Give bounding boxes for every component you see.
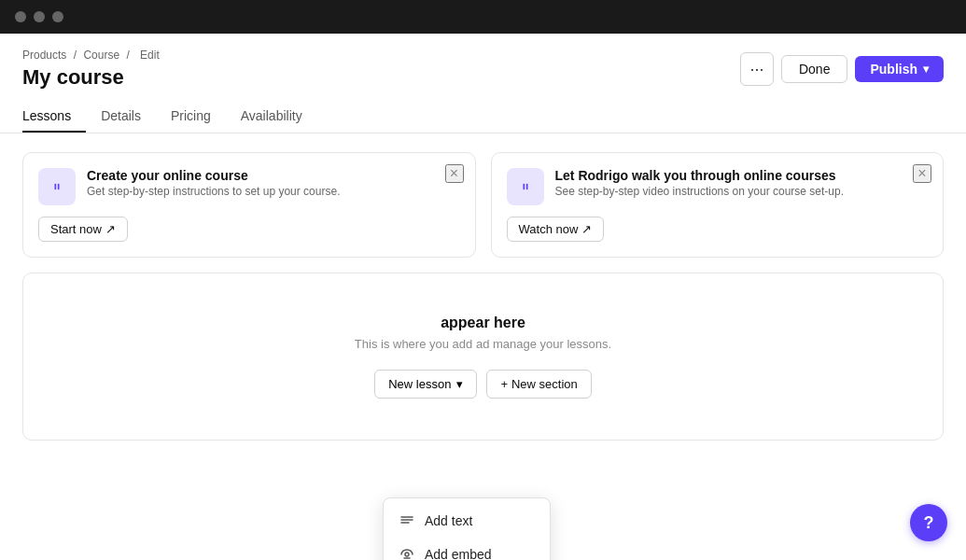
start-now-button[interactable]: Start now ↗	[38, 217, 128, 242]
rodrigo-card: × Let Rodrigo walk you through online co…	[491, 152, 945, 258]
svg-rect-0	[48, 177, 66, 196]
create-course-close-button[interactable]: ×	[445, 164, 464, 183]
title-bar	[0, 0, 966, 34]
add-text-item[interactable]: Add text	[384, 504, 550, 538]
create-course-icon	[38, 168, 76, 205]
publish-chevron-icon: ▾	[923, 63, 929, 76]
lessons-empty-title: appear here	[441, 315, 525, 331]
create-course-card: × Create your online course Get step-by-…	[22, 152, 476, 258]
start-now-label: Start now	[50, 222, 102, 236]
breadcrumb-course[interactable]: Course	[83, 49, 119, 62]
tab-availability[interactable]: Availability	[226, 101, 317, 133]
new-section-button[interactable]: + New section	[486, 370, 591, 399]
new-section-plus-icon: +	[500, 377, 508, 391]
svg-rect-1	[55, 184, 57, 190]
new-lesson-button[interactable]: New lesson ▾	[374, 370, 477, 399]
more-options-button[interactable]: ···	[740, 52, 774, 86]
rodrigo-card-desc: See step-by-step video instructions on y…	[555, 185, 845, 198]
watch-now-button[interactable]: Watch now ↗	[507, 217, 605, 242]
create-course-title: Create your online course	[87, 168, 340, 183]
breadcrumb: Products / Course / Edit	[22, 49, 163, 62]
tab-lessons[interactable]: Lessons	[22, 101, 86, 133]
rodrigo-card-close-button[interactable]: ×	[913, 164, 931, 183]
svg-rect-5	[525, 184, 527, 190]
title-bar-dot-3	[52, 11, 63, 22]
add-embed-item[interactable]: Add embed	[384, 538, 550, 560]
new-lesson-label: New lesson	[388, 377, 451, 391]
new-section-label: New section	[511, 377, 578, 391]
start-now-arrow-icon: ↗	[105, 222, 116, 236]
lessons-empty-desc: This is where you add ad manage your les…	[355, 337, 611, 351]
svg-rect-2	[58, 184, 60, 190]
watch-now-arrow-icon: ↗	[581, 222, 592, 236]
tabs-bar: Lessons Details Pricing Availability	[22, 101, 944, 133]
add-embed-label: Add embed	[425, 547, 492, 560]
dropdown-menu: Add text Add embed	[383, 497, 551, 560]
page-title: My course	[22, 65, 163, 90]
svg-point-9	[405, 553, 409, 556]
svg-rect-3	[516, 177, 535, 196]
svg-rect-4	[523, 184, 525, 190]
new-lesson-chevron-icon: ▾	[456, 377, 463, 391]
watch-now-label: Watch now	[519, 222, 579, 236]
dots-icon: ···	[749, 60, 763, 79]
publish-label: Publish	[870, 62, 917, 77]
title-bar-dot-1	[15, 11, 26, 22]
rodrigo-card-icon	[507, 168, 544, 205]
done-button[interactable]: Done	[781, 55, 847, 83]
embed-icon	[399, 546, 415, 560]
create-course-desc: Get step-by-step instructions to set up …	[87, 185, 340, 198]
rodrigo-card-title: Let Rodrigo walk you through online cour…	[555, 168, 845, 183]
tab-details[interactable]: Details	[86, 101, 156, 133]
tab-pricing[interactable]: Pricing	[156, 101, 226, 133]
help-button[interactable]: ?	[910, 504, 947, 541]
publish-button[interactable]: Publish ▾	[855, 56, 944, 82]
breadcrumb-products[interactable]: Products	[22, 49, 66, 62]
breadcrumb-edit: Edit	[140, 49, 160, 62]
text-icon	[399, 512, 415, 529]
add-text-label: Add text	[425, 513, 472, 528]
lessons-section: appear here This is where you add ad man…	[22, 273, 944, 441]
title-bar-dot-2	[34, 11, 45, 22]
